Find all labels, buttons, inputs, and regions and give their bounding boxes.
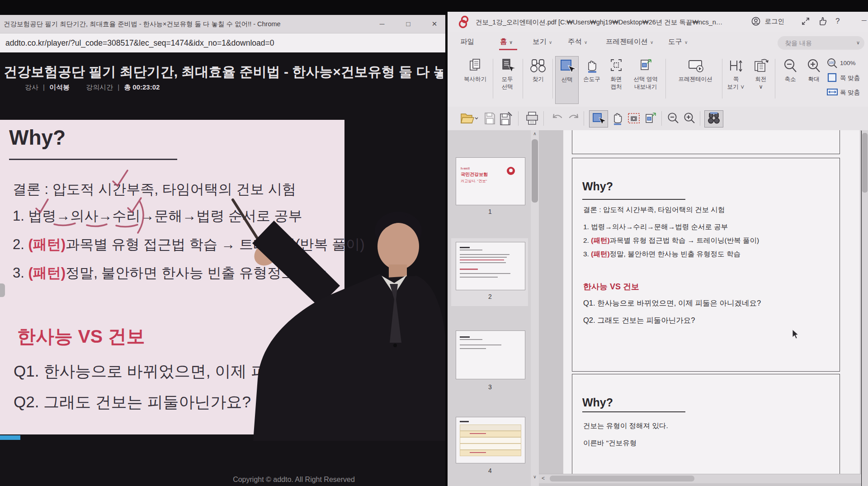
slide-frame-partial (572, 130, 840, 154)
ribbon-export-selection-button[interactable]: 선택 영역 내보내기 (629, 56, 662, 103)
scroll-down-icon[interactable]: ∨ (531, 473, 539, 481)
video-progress-bar[interactable] (0, 435, 20, 440)
print-button[interactable] (524, 110, 540, 127)
slide-vs-heading: 한사능 VS 건보 (17, 324, 145, 349)
open-file-button[interactable] (458, 110, 478, 127)
ribbon-divider (775, 59, 775, 99)
thumb1-brand: 국민건강보험 (461, 171, 488, 178)
chrome-close-button[interactable]: ✕ (427, 18, 442, 30)
pdf-minimize-button[interactable]: ─ (862, 16, 867, 24)
screen-capture-icon (605, 58, 627, 74)
side-panel-handle[interactable] (0, 283, 5, 297)
toolbar-divider (700, 111, 700, 126)
page2-item-1: 1. 법령→의사→수리→문해→법령 순서로 공부 (583, 222, 728, 232)
copy-icon (460, 58, 490, 74)
hand-tool-icon (609, 110, 625, 127)
page2-item-2: 2. (패턴)과목별 유형 접근법 학습 → 트레이닝(반복 풀이) (583, 236, 759, 245)
menu-presentation[interactable]: 프레젠테이션∨ (606, 37, 653, 47)
quick-zoom-in-button[interactable] (682, 110, 697, 127)
quick-find-button[interactable] (704, 110, 723, 127)
thumbnail-page-4[interactable] (456, 417, 525, 463)
quick-select-tool-button[interactable] (589, 110, 608, 127)
page3-line-1: 건보는 유형이 정해져 있다. (583, 421, 668, 431)
quick-hand-tool-button[interactable] (609, 110, 625, 127)
toolbar-divider (518, 111, 519, 126)
menu-home[interactable]: 홈∨ (500, 37, 513, 47)
ribbon-divider (493, 59, 493, 99)
zoom-100-icon: 100 (826, 58, 838, 69)
thumbnail-page-1[interactable]: h-well 국민건강보험 가고싶다. "건보" (456, 157, 525, 205)
presentation-icon (672, 58, 719, 74)
document-horizontal-scrollbar[interactable]: < (539, 474, 861, 483)
slide-frame-page2: Why? 결론 : 압도적 시간부족, 타임어택의 건보 시험 1. 법령→의사… (572, 158, 840, 372)
ribbon-find-button[interactable]: 찾기 (525, 56, 551, 103)
chevron-down-icon[interactable]: ∨ (856, 40, 860, 46)
url-text[interactable]: addto.co.kr/player/?ul_code=308517&lec_s… (5, 38, 412, 48)
scroll-left-icon[interactable]: < (542, 475, 545, 481)
export-selection-icon (629, 58, 662, 74)
ribbon-zoom-in-button[interactable]: 확대 (802, 56, 826, 103)
save-button[interactable] (482, 110, 497, 127)
ribbon-screen-capture-button[interactable]: 화면 캡처 (605, 56, 627, 103)
thumbnail-page-3[interactable] (456, 330, 525, 379)
save-as-button[interactable] (498, 110, 514, 127)
scroll-up-icon[interactable]: ∧ (531, 130, 539, 137)
ribbon-page-view-button[interactable]: 쪽 보기 ∨ (724, 56, 748, 103)
thumbnail-page-number: 1 (456, 208, 524, 215)
screenshot-stage: 건강보험공단 필기 최단기간, 최대효율 준비법 - 한사능×건보유형 둘 다 … (0, 0, 868, 486)
ribbon-divider (523, 59, 523, 99)
h-scrollbar-thumb[interactable] (550, 476, 694, 481)
menu-file[interactable]: 파일 (460, 37, 474, 47)
presenter-suit (253, 274, 445, 441)
ribbon-zoom-out-button[interactable]: 축소 (778, 56, 802, 103)
undo-button[interactable] (550, 110, 565, 127)
chrome-urlbar[interactable]: addto.co.kr/player/?ul_code=308517&lec_s… (0, 33, 445, 53)
quick-zoom-out-button[interactable] (665, 110, 681, 127)
print-icon (524, 110, 540, 127)
zoom-out-icon (778, 58, 802, 74)
thumb1-brand-small: h-well (461, 167, 470, 170)
slide-frame-page3: Why? 건보는 유형이 정해져 있다. 이른바 "건보유형 (572, 374, 840, 474)
page-view-icon (724, 58, 748, 74)
zoom-in-icon (682, 110, 697, 127)
help-icon[interactable]: ? (835, 17, 840, 26)
ribbon-select-all-button[interactable]: 모두 선택 (495, 56, 520, 103)
ribbon-copy-button[interactable]: 복사하기 (460, 56, 490, 103)
v-scrollbar-thumb[interactable] (862, 133, 868, 193)
chrome-maximize-button[interactable]: □ (401, 18, 416, 30)
binoculars-icon (705, 111, 723, 127)
quick-capture-button[interactable] (626, 110, 642, 127)
thumbnail-page-number: 2 (456, 293, 524, 300)
page2-q1: Q1. 한사능으로 바뀌었으면, 이제 피둘은 아니겠네요? (583, 298, 761, 308)
lecture-title: 건강보험공단 필기 최단기간, 최대효율 준비법 - 한사능×건보유형 둘 다 … (4, 63, 443, 81)
fit-width-button[interactable]: 폭 맞춤 (826, 87, 838, 99)
like-icon[interactable] (818, 16, 827, 26)
search-input[interactable]: 찾을 내용 ∨ (778, 36, 864, 50)
login-button[interactable]: 로그인 (751, 17, 784, 26)
ribbon-hand-tool-button[interactable]: 손도구 (580, 56, 604, 103)
page3-title-rule (582, 411, 685, 412)
redo-icon (566, 110, 581, 127)
ribbon-presentation-button[interactable]: 프레젠테이션 (672, 56, 719, 103)
thumbnail-page-2[interactable] (456, 242, 525, 290)
menu-annotate[interactable]: 주석∨ (568, 37, 587, 47)
thumbnail-page-number: 3 (456, 383, 524, 391)
ribbon-divider (552, 59, 553, 99)
fit-page-button[interactable]: 쪽 맞춤 (826, 72, 838, 84)
toolbar-divider (584, 111, 584, 126)
ribbon-select-button[interactable]: 선택 (555, 56, 579, 104)
quick-export-button[interactable] (643, 110, 658, 127)
chrome-minimize-button[interactable]: ─ (374, 18, 390, 30)
page2-title-rule (582, 199, 685, 200)
menu-view[interactable]: 보기∨ (533, 37, 552, 47)
zoom-level-button[interactable]: 100 100% (826, 58, 838, 70)
ribbon-rotate-button[interactable]: 회전 ∨ (750, 56, 772, 103)
expand-window-icon[interactable] (801, 17, 810, 26)
redo-button[interactable] (566, 110, 581, 127)
menu-home-underline (499, 49, 517, 50)
search-placeholder: 찾을 내용 (785, 39, 812, 47)
save-as-icon (498, 110, 514, 127)
menu-tools[interactable]: 도구∨ (668, 37, 688, 47)
page3-line-2: 이른바 "건보유형 (583, 439, 637, 448)
thumbnail-scrollbar-thumb[interactable] (532, 139, 538, 203)
